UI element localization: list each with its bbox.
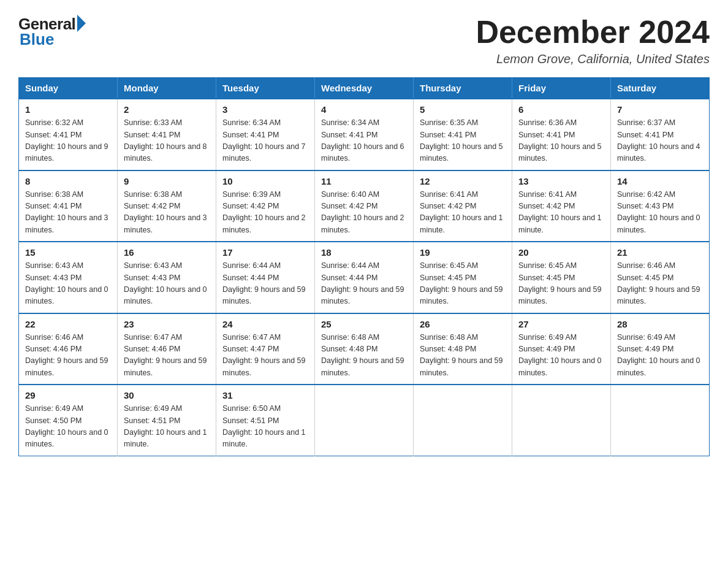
calendar-cell: 17Sunrise: 6:44 AMSunset: 4:44 PMDayligh… bbox=[216, 242, 315, 313]
header-friday: Friday bbox=[512, 78, 611, 99]
calendar-cell: 25Sunrise: 6:48 AMSunset: 4:48 PMDayligh… bbox=[315, 313, 414, 385]
day-number: 6 bbox=[518, 104, 604, 115]
title-area: December 2024 Lemon Grove, California, U… bbox=[476, 15, 710, 66]
day-number: 8 bbox=[25, 176, 111, 186]
day-number: 23 bbox=[124, 319, 210, 329]
day-number: 15 bbox=[25, 247, 111, 258]
calendar-week-4: 22Sunrise: 6:46 AMSunset: 4:46 PMDayligh… bbox=[19, 313, 710, 385]
day-number: 24 bbox=[222, 319, 308, 329]
day-number: 22 bbox=[25, 319, 111, 329]
day-info: Sunrise: 6:38 AMSunset: 4:41 PMDaylight:… bbox=[25, 189, 111, 237]
day-number: 11 bbox=[321, 176, 407, 186]
calendar-cell: 4Sunrise: 6:34 AMSunset: 4:41 PMDaylight… bbox=[315, 99, 414, 170]
day-info: Sunrise: 6:47 AMSunset: 4:47 PMDaylight:… bbox=[222, 332, 308, 380]
day-info: Sunrise: 6:49 AMSunset: 4:49 PMDaylight:… bbox=[518, 332, 604, 380]
day-info: Sunrise: 6:37 AMSunset: 4:41 PMDaylight:… bbox=[617, 117, 703, 165]
day-info: Sunrise: 6:36 AMSunset: 4:41 PMDaylight:… bbox=[518, 117, 604, 165]
day-number: 5 bbox=[420, 104, 506, 115]
calendar-cell: 29Sunrise: 6:49 AMSunset: 4:50 PMDayligh… bbox=[19, 385, 118, 456]
calendar-week-3: 15Sunrise: 6:43 AMSunset: 4:43 PMDayligh… bbox=[19, 242, 710, 313]
day-info: Sunrise: 6:43 AMSunset: 4:43 PMDaylight:… bbox=[124, 260, 210, 308]
calendar-cell: 10Sunrise: 6:39 AMSunset: 4:42 PMDayligh… bbox=[216, 170, 315, 242]
day-info: Sunrise: 6:43 AMSunset: 4:43 PMDaylight:… bbox=[25, 260, 111, 308]
day-number: 21 bbox=[617, 247, 703, 258]
calendar-cell: 31Sunrise: 6:50 AMSunset: 4:51 PMDayligh… bbox=[216, 385, 315, 456]
day-info: Sunrise: 6:48 AMSunset: 4:48 PMDaylight:… bbox=[420, 332, 506, 380]
day-number: 3 bbox=[222, 104, 308, 115]
calendar-cell: 28Sunrise: 6:49 AMSunset: 4:49 PMDayligh… bbox=[611, 313, 710, 385]
day-number: 29 bbox=[25, 390, 111, 400]
day-info: Sunrise: 6:35 AMSunset: 4:41 PMDaylight:… bbox=[420, 117, 506, 165]
header-sunday: Sunday bbox=[19, 78, 118, 99]
day-info: Sunrise: 6:47 AMSunset: 4:46 PMDaylight:… bbox=[124, 332, 210, 380]
calendar-header: Sunday Monday Tuesday Wednesday Thursday… bbox=[19, 78, 710, 99]
calendar-cell: 14Sunrise: 6:42 AMSunset: 4:43 PMDayligh… bbox=[611, 170, 710, 242]
calendar-cell: 27Sunrise: 6:49 AMSunset: 4:49 PMDayligh… bbox=[512, 313, 611, 385]
calendar-cell: 23Sunrise: 6:47 AMSunset: 4:46 PMDayligh… bbox=[118, 313, 216, 385]
calendar-cell: 9Sunrise: 6:38 AMSunset: 4:42 PMDaylight… bbox=[118, 170, 216, 242]
day-info: Sunrise: 6:48 AMSunset: 4:48 PMDaylight:… bbox=[321, 332, 407, 380]
day-info: Sunrise: 6:41 AMSunset: 4:42 PMDaylight:… bbox=[518, 189, 604, 237]
calendar-week-2: 8Sunrise: 6:38 AMSunset: 4:41 PMDaylight… bbox=[19, 170, 710, 242]
day-info: Sunrise: 6:45 AMSunset: 4:45 PMDaylight:… bbox=[420, 260, 506, 308]
day-headers-row: Sunday Monday Tuesday Wednesday Thursday… bbox=[19, 78, 710, 99]
calendar-cell bbox=[414, 385, 512, 456]
calendar-cell: 19Sunrise: 6:45 AMSunset: 4:45 PMDayligh… bbox=[414, 242, 512, 313]
day-number: 18 bbox=[321, 247, 407, 258]
day-info: Sunrise: 6:49 AMSunset: 4:50 PMDaylight:… bbox=[25, 403, 111, 451]
header-saturday: Saturday bbox=[611, 78, 710, 99]
calendar-cell: 20Sunrise: 6:45 AMSunset: 4:45 PMDayligh… bbox=[512, 242, 611, 313]
header-thursday: Thursday bbox=[414, 78, 512, 99]
day-number: 26 bbox=[420, 319, 506, 329]
day-number: 13 bbox=[518, 176, 604, 186]
logo-blue-text: Blue bbox=[18, 30, 54, 49]
calendar-cell: 12Sunrise: 6:41 AMSunset: 4:42 PMDayligh… bbox=[414, 170, 512, 242]
day-info: Sunrise: 6:50 AMSunset: 4:51 PMDaylight:… bbox=[222, 403, 308, 451]
month-title: December 2024 bbox=[476, 15, 710, 50]
day-number: 10 bbox=[222, 176, 308, 186]
day-number: 17 bbox=[222, 247, 308, 258]
calendar-cell bbox=[315, 385, 414, 456]
day-number: 20 bbox=[518, 247, 604, 258]
calendar-cell: 6Sunrise: 6:36 AMSunset: 4:41 PMDaylight… bbox=[512, 99, 611, 170]
calendar-cell: 1Sunrise: 6:32 AMSunset: 4:41 PMDaylight… bbox=[19, 99, 118, 170]
calendar-cell: 22Sunrise: 6:46 AMSunset: 4:46 PMDayligh… bbox=[19, 313, 118, 385]
header-wednesday: Wednesday bbox=[315, 78, 414, 99]
location-subtitle: Lemon Grove, California, United States bbox=[476, 52, 710, 66]
day-info: Sunrise: 6:46 AMSunset: 4:46 PMDaylight:… bbox=[25, 332, 111, 380]
header-tuesday: Tuesday bbox=[216, 78, 315, 99]
calendar-body: 1Sunrise: 6:32 AMSunset: 4:41 PMDaylight… bbox=[19, 99, 710, 456]
day-info: Sunrise: 6:41 AMSunset: 4:42 PMDaylight:… bbox=[420, 189, 506, 237]
day-info: Sunrise: 6:32 AMSunset: 4:41 PMDaylight:… bbox=[25, 117, 111, 165]
calendar-cell bbox=[512, 385, 611, 456]
day-info: Sunrise: 6:34 AMSunset: 4:41 PMDaylight:… bbox=[222, 117, 308, 165]
day-number: 2 bbox=[124, 104, 210, 115]
calendar-cell: 15Sunrise: 6:43 AMSunset: 4:43 PMDayligh… bbox=[19, 242, 118, 313]
logo: General Blue bbox=[18, 15, 86, 49]
day-number: 27 bbox=[518, 319, 604, 329]
calendar-cell: 13Sunrise: 6:41 AMSunset: 4:42 PMDayligh… bbox=[512, 170, 611, 242]
day-info: Sunrise: 6:49 AMSunset: 4:51 PMDaylight:… bbox=[124, 403, 210, 451]
calendar-cell: 8Sunrise: 6:38 AMSunset: 4:41 PMDaylight… bbox=[19, 170, 118, 242]
logo-triangle-icon bbox=[77, 15, 86, 32]
day-number: 7 bbox=[617, 104, 703, 115]
day-number: 30 bbox=[124, 390, 210, 400]
day-number: 19 bbox=[420, 247, 506, 258]
calendar-cell: 16Sunrise: 6:43 AMSunset: 4:43 PMDayligh… bbox=[118, 242, 216, 313]
day-info: Sunrise: 6:46 AMSunset: 4:45 PMDaylight:… bbox=[617, 260, 703, 308]
day-info: Sunrise: 6:44 AMSunset: 4:44 PMDaylight:… bbox=[321, 260, 407, 308]
day-number: 9 bbox=[124, 176, 210, 186]
calendar-cell: 5Sunrise: 6:35 AMSunset: 4:41 PMDaylight… bbox=[414, 99, 512, 170]
day-info: Sunrise: 6:44 AMSunset: 4:44 PMDaylight:… bbox=[222, 260, 308, 308]
calendar-cell: 3Sunrise: 6:34 AMSunset: 4:41 PMDaylight… bbox=[216, 99, 315, 170]
calendar-week-1: 1Sunrise: 6:32 AMSunset: 4:41 PMDaylight… bbox=[19, 99, 710, 170]
calendar-cell bbox=[611, 385, 710, 456]
day-number: 12 bbox=[420, 176, 506, 186]
header-monday: Monday bbox=[118, 78, 216, 99]
day-info: Sunrise: 6:40 AMSunset: 4:42 PMDaylight:… bbox=[321, 189, 407, 237]
day-number: 14 bbox=[617, 176, 703, 186]
day-info: Sunrise: 6:49 AMSunset: 4:49 PMDaylight:… bbox=[617, 332, 703, 380]
day-info: Sunrise: 6:34 AMSunset: 4:41 PMDaylight:… bbox=[321, 117, 407, 165]
day-number: 1 bbox=[25, 104, 111, 115]
calendar-cell: 26Sunrise: 6:48 AMSunset: 4:48 PMDayligh… bbox=[414, 313, 512, 385]
